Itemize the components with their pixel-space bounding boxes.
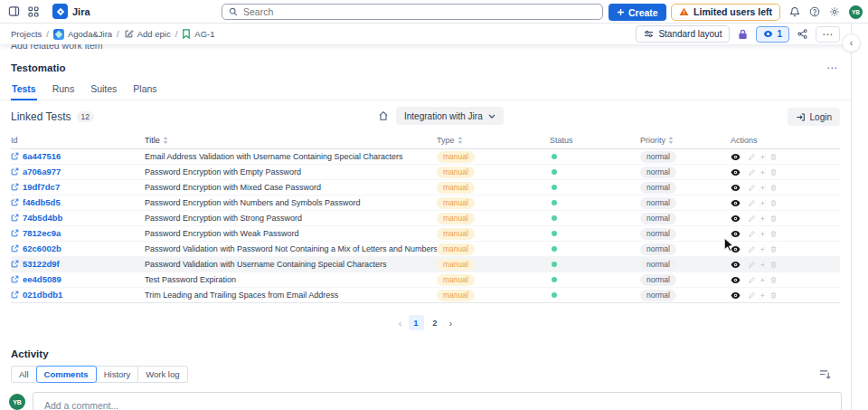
- eye-icon[interactable]: [731, 291, 741, 300]
- notifications-bell-icon[interactable]: [789, 6, 800, 17]
- breadcrumb-projects[interactable]: Projects: [11, 29, 42, 39]
- test-id-link[interactable]: ee4d5089: [11, 274, 61, 284]
- sidebar-toggle-icon[interactable]: [8, 5, 20, 17]
- table-row[interactable]: 7812ec9a Password Encryption with Weak P…: [11, 226, 840, 242]
- watchers-chip[interactable]: 1: [756, 26, 789, 43]
- eye-icon[interactable]: [731, 215, 741, 223]
- wand-icon[interactable]: [759, 261, 767, 269]
- panel-tab-suites[interactable]: Suites: [90, 81, 118, 100]
- breadcrumb-issue-key[interactable]: AG-1: [182, 29, 214, 39]
- comment-box[interactable]: Add a comment... Looks good! Need help? …: [33, 392, 842, 410]
- table-row[interactable]: 021dbdb1 Trim Leading and Trailing Space…: [11, 288, 840, 303]
- test-id-link[interactable]: 19df7dc7: [11, 182, 60, 192]
- table-row[interactable]: a706a977 Password Encryption with Empty …: [11, 165, 840, 180]
- eye-icon[interactable]: [731, 184, 741, 192]
- pencil-icon[interactable]: [748, 230, 756, 238]
- trash-icon[interactable]: [769, 230, 778, 238]
- global-search[interactable]: [222, 4, 603, 20]
- trash-icon[interactable]: [769, 291, 778, 300]
- pencil-icon[interactable]: [748, 261, 756, 269]
- wand-icon[interactable]: [759, 230, 767, 238]
- pencil-icon[interactable]: [748, 153, 756, 161]
- settings-gear-icon[interactable]: [829, 6, 840, 17]
- lock-icon[interactable]: [738, 29, 748, 40]
- user-avatar[interactable]: YB: [849, 5, 863, 19]
- panel-tab-tests[interactable]: Tests: [11, 81, 37, 100]
- pencil-icon[interactable]: [748, 215, 756, 223]
- login-button[interactable]: Login: [788, 108, 840, 126]
- activity-tab-comments[interactable]: Comments: [36, 366, 97, 383]
- prev-page-icon[interactable]: ‹: [396, 318, 405, 329]
- home-icon[interactable]: [378, 110, 389, 121]
- eye-icon[interactable]: [731, 261, 741, 269]
- help-icon[interactable]: [809, 6, 820, 17]
- more-actions-button[interactable]: ⋯: [816, 26, 840, 43]
- share-icon[interactable]: [797, 29, 807, 39]
- column-header-priority[interactable]: Priority: [640, 136, 731, 145]
- trash-icon[interactable]: [769, 184, 778, 192]
- standard-layout-button[interactable]: Standard layout: [636, 25, 730, 43]
- table-row[interactable]: 19df7dc7 Password Encryption with Mixed …: [11, 180, 840, 195]
- pencil-icon[interactable]: [748, 291, 756, 300]
- sort-order-icon[interactable]: [819, 369, 831, 379]
- breadcrumb-add-epic[interactable]: Add epic: [124, 29, 171, 39]
- page-button-1[interactable]: 1: [409, 315, 424, 330]
- table-row[interactable]: 53122d9f Password Validation with Userna…: [11, 257, 840, 272]
- table-row[interactable]: 6a447516 Email Address Validation with U…: [11, 149, 840, 165]
- pencil-icon[interactable]: [748, 276, 756, 284]
- pencil-icon[interactable]: [748, 168, 756, 176]
- trash-icon[interactable]: [769, 215, 778, 223]
- app-switcher-icon[interactable]: [28, 6, 39, 17]
- panel-tab-plans[interactable]: Plans: [132, 81, 157, 100]
- test-id-link[interactable]: 74b5d4bb: [11, 213, 62, 223]
- jira-home-link[interactable]: Jira: [52, 4, 90, 19]
- create-button[interactable]: Create: [609, 4, 666, 21]
- column-header-title[interactable]: Title: [145, 136, 437, 145]
- wand-icon[interactable]: [759, 276, 767, 284]
- wand-icon[interactable]: [759, 168, 767, 176]
- trash-icon[interactable]: [769, 245, 778, 253]
- search-input[interactable]: [243, 6, 596, 17]
- trash-icon[interactable]: [769, 261, 778, 269]
- wand-icon[interactable]: [759, 199, 767, 207]
- wand-icon[interactable]: [759, 215, 767, 223]
- trash-icon[interactable]: [769, 168, 778, 176]
- pencil-icon[interactable]: [748, 199, 756, 207]
- page-button-2[interactable]: 2: [428, 315, 443, 330]
- breadcrumb-project[interactable]: Agoda&Jira: [53, 29, 112, 40]
- pencil-icon[interactable]: [748, 184, 756, 192]
- table-row[interactable]: 62c6002b Password Validation with Passwo…: [11, 242, 840, 257]
- activity-tab-history[interactable]: History: [96, 366, 139, 383]
- trash-icon[interactable]: [769, 199, 778, 207]
- test-id-link[interactable]: 6a447516: [11, 151, 61, 161]
- test-id-link[interactable]: f46db5d5: [11, 197, 61, 207]
- eye-icon[interactable]: [731, 230, 741, 238]
- activity-tab-work-log[interactable]: Work log: [137, 366, 187, 383]
- test-id-link[interactable]: 021dbdb1: [11, 290, 62, 300]
- test-id-link[interactable]: 62c6002b: [11, 243, 61, 253]
- test-id-link[interactable]: 7812ec9a: [11, 228, 61, 238]
- eye-icon[interactable]: [731, 199, 741, 207]
- eye-icon[interactable]: [731, 168, 741, 176]
- wand-icon[interactable]: [759, 153, 767, 161]
- wand-icon[interactable]: [759, 291, 767, 300]
- eye-icon[interactable]: [731, 276, 741, 284]
- panel-more-button[interactable]: ⋯: [826, 62, 838, 74]
- column-header-type[interactable]: Type: [437, 136, 550, 145]
- table-row[interactable]: f46db5d5 Password Encryption with Number…: [11, 195, 840, 211]
- collapse-panel-button[interactable]: ‹: [843, 34, 860, 52]
- comment-placeholder[interactable]: Add a comment...: [44, 400, 830, 410]
- comment-avatar[interactable]: YB: [9, 394, 25, 410]
- integration-dropdown[interactable]: Integration with Jira: [396, 107, 504, 125]
- limited-users-button[interactable]: Limited users left: [671, 4, 780, 21]
- pencil-icon[interactable]: [748, 245, 756, 253]
- trash-icon[interactable]: [769, 153, 778, 161]
- test-id-link[interactable]: 53122d9f: [11, 259, 60, 269]
- table-row[interactable]: ee4d5089 Test Password Expiration manual…: [11, 272, 840, 288]
- eye-icon[interactable]: [731, 153, 741, 161]
- wand-icon[interactable]: [759, 184, 767, 192]
- panel-tab-runs[interactable]: Runs: [52, 81, 76, 100]
- next-page-icon[interactable]: ›: [447, 318, 456, 329]
- table-row[interactable]: 74b5d4bb Password Encryption with Strong…: [11, 211, 840, 226]
- activity-tab-all[interactable]: All: [11, 366, 37, 383]
